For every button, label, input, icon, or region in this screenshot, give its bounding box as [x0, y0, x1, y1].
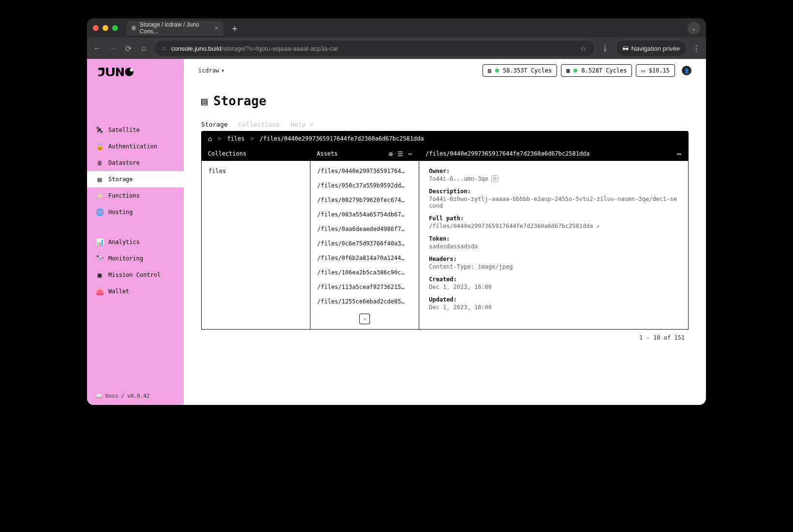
asset-item[interactable]: /files/0c6e75d93766f40a3… [310, 236, 419, 251]
globe-icon: 🌐 [96, 208, 103, 216]
asset-item[interactable]: /files/1255ce6ebad2cde85… [310, 294, 419, 309]
sidebar-item-storage[interactable]: ▤Storage [87, 171, 184, 187]
satellite-small-icon: ▥ [488, 67, 491, 74]
address-bar[interactable]: ⛬ console.juno.build/storage/?s=fqotu-wq… [155, 41, 594, 56]
cycles-chip-1[interactable]: ▥ 58.353T Cycles [483, 64, 557, 77]
asset-item[interactable]: /files/08279b79620fec674… [310, 193, 419, 207]
url-path: /storage/?s=fqotu-wqaaa-aaaal-acp3a-cai [221, 45, 338, 52]
asset-item[interactable]: /files/0aa6deaeded4986f7… [310, 222, 419, 236]
tab-help[interactable]: Help ↗ [291, 121, 313, 128]
back-button[interactable]: ← [93, 44, 102, 53]
chevron-down-icon: ▾ [221, 67, 224, 74]
sidebar-label: Hosting [108, 209, 133, 216]
logo[interactable] [87, 59, 184, 83]
chip-value: 8.528T Cycles [581, 67, 627, 74]
owner-value: 7o44i-6...umn-3qe [429, 175, 488, 182]
control-icon: ▣ [96, 271, 103, 279]
asset-item[interactable]: /files/0440e299736591764… [310, 161, 419, 178]
description-value: 7o44i-6zhwo-zytlj-aaaaa-bbbbb-e2aup-2455… [429, 196, 678, 209]
storage-icon: ▤ [96, 175, 103, 183]
description-label: Description: [429, 188, 678, 195]
open-link-icon[interactable]: ↗ [596, 223, 600, 230]
detail-more-icon[interactable]: ⋯ [676, 149, 682, 158]
incognito-label: Navigation privée [631, 45, 680, 52]
astronaut-icon: 👤 [684, 68, 690, 73]
bookmark-icon[interactable]: ☆ [579, 44, 587, 53]
window-controls[interactable] [93, 25, 118, 31]
fullpath-label: Full path: [429, 215, 678, 222]
incognito-icon: 🕶 [622, 45, 629, 52]
sidebar-item-wallet[interactable]: 👛Wallet [87, 283, 184, 300]
updated-value: Dec 1, 2023, 16:00 [429, 304, 492, 311]
page-title: ▤ Storage [201, 94, 689, 108]
sidebar-item-datastore[interactable]: ≣Datastore [87, 155, 184, 171]
site-settings-icon[interactable]: ⛬ [162, 45, 167, 52]
sidebar-item-functions[interactable]: 🪐Functions [87, 187, 184, 204]
reload-button[interactable]: ⟳ [124, 44, 132, 53]
url-host: console.juno.build [171, 45, 221, 52]
docs-link[interactable]: Docs [105, 393, 118, 399]
chip-value: $10.15 [649, 67, 670, 74]
sort-icon[interactable]: ☰ [397, 150, 403, 158]
pager: 1 - 10 of 151 [201, 330, 689, 341]
maximize-window-icon[interactable] [112, 25, 118, 31]
sidebar-item-analytics[interactable]: 📊Analytics [87, 234, 184, 250]
close-tab-icon[interactable]: × [215, 24, 219, 32]
sidebar-label: Monitoring [108, 255, 143, 262]
version-label: v0.0.42 [127, 393, 149, 399]
next-page-button[interactable]: › [359, 314, 370, 324]
more-icon[interactable]: ⋯ [408, 150, 412, 158]
token-label: Token: [429, 235, 678, 242]
col-header-detail: /files/0440e2997365917644fe7d2360a6d67bc… [426, 150, 590, 157]
database-icon: ≣ [96, 159, 103, 167]
forward-button[interactable]: → [108, 44, 117, 53]
filter-icon[interactable]: ⚙ [389, 150, 393, 158]
cycles-chip-2[interactable]: ▦ 8.528T Cycles [561, 64, 632, 77]
storage-title-icon: ▤ [201, 95, 207, 107]
sidebar-item-satellite[interactable]: 🛰Satellite [87, 122, 184, 138]
sidebar-label: Storage [108, 176, 133, 183]
balance-chip[interactable]: ▭ $10.15 [636, 64, 675, 77]
status-dot-icon [573, 69, 577, 72]
downloads-icon[interactable]: ⭳ [601, 44, 610, 53]
incognito-badge[interactable]: 🕶 Navigation privée [617, 41, 686, 56]
minimize-window-icon[interactable] [103, 25, 108, 31]
created-label: Created: [429, 276, 678, 283]
col-header-collections: Collections [201, 146, 310, 161]
tab-storage[interactable]: Storage [201, 121, 228, 128]
asset-item[interactable]: /files/106ea2b5ca386c90c… [310, 265, 419, 280]
book-icon: 📖 [96, 393, 103, 399]
sidebar-label: Analytics [108, 239, 140, 245]
token-value: sadasdassadsda [429, 243, 478, 250]
breadcrumb: ⌂ > files > /files/0440e2997365917644fe7… [201, 131, 689, 146]
wallet-small-icon: ▭ [641, 67, 645, 74]
project-dropdown[interactable]: icdraw ▾ [198, 67, 225, 74]
chart-small-icon: ▦ [566, 67, 570, 74]
copy-button[interactable]: ⧉ [491, 175, 499, 182]
asset-item[interactable]: /files/0f6b2a814a70a1244… [310, 251, 419, 265]
new-tab-button[interactable]: + [228, 23, 241, 33]
tab-collections[interactable]: Collections [238, 121, 280, 128]
browser-menu-icon[interactable]: ⋮ [692, 44, 700, 53]
sidebar-label: Authentication [108, 143, 157, 150]
sidebar-item-authentication[interactable]: 🔒Authentication [87, 138, 184, 155]
sidebar-item-mission-control[interactable]: ▣Mission Control [87, 267, 184, 283]
home-icon[interactable]: ⌂ [208, 135, 212, 143]
breadcrumb-seg[interactable]: files [227, 135, 245, 142]
favicon-icon [132, 26, 136, 30]
asset-item[interactable]: /files/083a554a65754db67… [310, 207, 419, 222]
close-window-icon[interactable] [93, 25, 99, 31]
browser-tab[interactable]: Storage / icdraw / Juno Cons… × [127, 21, 223, 35]
lock-icon: 🔒 [96, 143, 103, 150]
tab-title: Storage / icdraw / Juno Cons… [140, 21, 211, 35]
home-button[interactable]: ⌂ [139, 44, 148, 53]
sidebar-item-hosting[interactable]: 🌐Hosting [87, 204, 184, 220]
collection-item[interactable]: files [202, 161, 310, 178]
sidebar-label: Satellite [108, 127, 140, 133]
chip-value: 58.353T Cycles [503, 67, 552, 74]
sidebar-item-monitoring[interactable]: 🔭Monitoring [87, 250, 184, 267]
asset-item[interactable]: /files/113a5ceaf92736215… [310, 280, 419, 294]
asset-item[interactable]: /files/050c37a559b9592dd… [310, 178, 419, 193]
user-avatar[interactable]: 👤 [682, 66, 691, 75]
tab-overflow-button[interactable]: ⌄ [688, 22, 700, 34]
